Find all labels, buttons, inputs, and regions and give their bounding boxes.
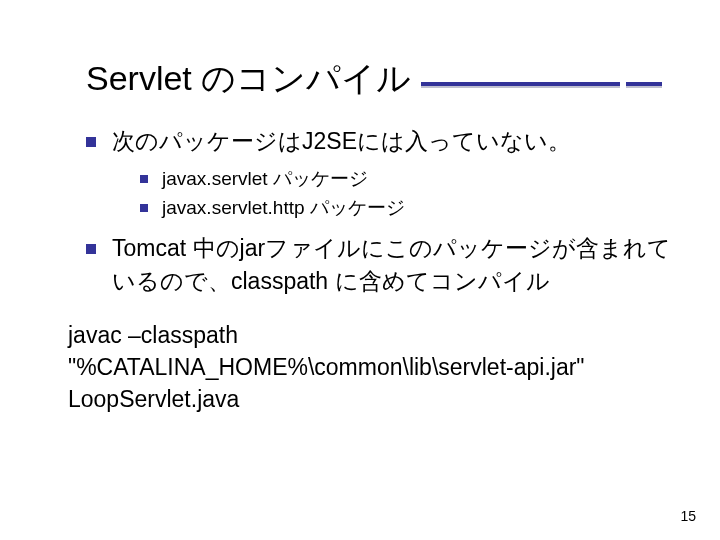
code-block: javac –classpath "%CATALINA_HOME%\common… bbox=[68, 319, 680, 416]
bullet-text: javax.servlet パッケージ bbox=[162, 168, 368, 189]
code-line: LoopServlet.java bbox=[68, 383, 680, 415]
code-line: "%CATALINA_HOME%\common\lib\servlet-api.… bbox=[68, 351, 680, 383]
list-item: javax.servlet.http パッケージ bbox=[140, 194, 680, 222]
bullet-list-level2: javax.servlet パッケージ javax.servlet.http パ… bbox=[112, 165, 680, 222]
slide: Servlet のコンパイル 次のパッケージはJ2SEには入っていない。 jav… bbox=[0, 0, 720, 540]
bullet-text: javax.servlet.http パッケージ bbox=[162, 197, 405, 218]
bullet-text: 次のパッケージはJ2SEには入っていない。 bbox=[112, 128, 571, 154]
bullet-list-level1: 次のパッケージはJ2SEには入っていない。 javax.servlet パッケー… bbox=[40, 125, 680, 298]
page-number: 15 bbox=[680, 508, 696, 524]
title-area: Servlet のコンパイル bbox=[40, 60, 680, 97]
list-item: javax.servlet パッケージ bbox=[140, 165, 680, 193]
page-title: Servlet のコンパイル bbox=[40, 60, 421, 97]
list-item: Tomcat 中のjarファイルにこのパッケージが含まれているので、classp… bbox=[86, 232, 680, 299]
list-item: 次のパッケージはJ2SEには入っていない。 javax.servlet パッケー… bbox=[86, 125, 680, 221]
code-line: javac –classpath bbox=[68, 319, 680, 351]
bullet-text: Tomcat 中のjarファイルにこのパッケージが含まれているので、classp… bbox=[112, 235, 671, 294]
